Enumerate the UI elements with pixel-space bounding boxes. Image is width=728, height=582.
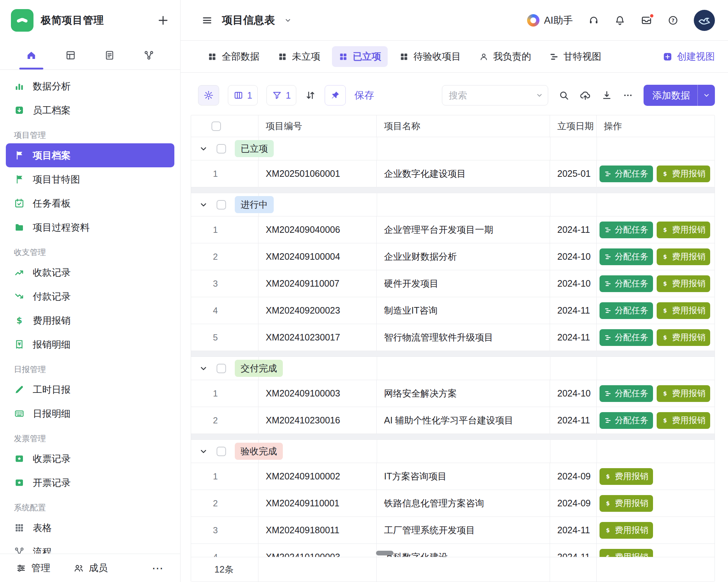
sidebar-tab-flow[interactable]	[134, 41, 163, 69]
expense-button[interactable]: $费用报销	[657, 166, 710, 182]
expense-button[interactable]: $费用报销	[657, 275, 710, 292]
ai-assistant-button[interactable]: AI助手	[527, 14, 573, 27]
table-row[interactable]: 3 XM202409180011 工厂管理系统开发项目 2024-11 $费用报…	[191, 517, 715, 544]
view-tab[interactable]: 未立项	[271, 46, 327, 67]
column-header-project-id[interactable]: 项目编号	[258, 115, 377, 137]
group-checkbox[interactable]	[217, 447, 226, 456]
table-row[interactable]: 2 XM202410230016 AI 辅助个性化学习平台建设项目 2024-1…	[191, 407, 715, 434]
pin-button[interactable]	[325, 85, 346, 105]
expense-button[interactable]: $费用报销	[657, 412, 710, 429]
sidebar-item[interactable]: 数据分析	[6, 74, 174, 98]
sidebar-item[interactable]: 任务看板	[6, 191, 174, 215]
sidebar-item[interactable]: 开票记录	[6, 471, 174, 495]
sidebar-item[interactable]: 项目档案	[6, 143, 174, 167]
sidebar-item[interactable]: 流程	[6, 540, 174, 554]
expense-button[interactable]: $费用报销	[657, 302, 710, 319]
sort-button[interactable]	[305, 90, 316, 101]
sidebar-item[interactable]: 工时日报	[6, 378, 174, 402]
assign-task-button[interactable]: 分配任务	[600, 222, 653, 238]
sidebar-item[interactable]: 日报明细	[6, 402, 174, 426]
search-input[interactable]	[442, 85, 548, 105]
manage-label: 管理	[31, 562, 50, 574]
view-tab[interactable]: 已立项	[332, 46, 388, 67]
bell-icon[interactable]	[614, 15, 625, 26]
title-chevron-icon[interactable]	[284, 17, 292, 24]
table-row[interactable]: 1 XM202409100003 网络安全解决方案 2024-10 分配任务$费…	[191, 380, 715, 407]
menu-toggle-icon[interactable]	[202, 15, 213, 26]
table-row[interactable]: 3 XM202409110007 硬件开发项目 2024-10 分配任务$费用报…	[191, 270, 715, 297]
sidebar-item[interactable]: 收票记录	[6, 447, 174, 471]
more-actions-button[interactable]	[622, 90, 633, 101]
user-avatar[interactable]	[694, 10, 715, 31]
select-all-checkbox[interactable]	[211, 121, 221, 131]
group-collapse-chevron-icon[interactable]	[199, 200, 208, 209]
assign-task-button[interactable]: 分配任务	[600, 275, 653, 292]
group-checkbox[interactable]	[217, 364, 226, 373]
more-button[interactable]: ⋯	[152, 561, 164, 575]
add-data-button[interactable]: 添加数据	[644, 85, 715, 106]
save-button[interactable]: 保存	[355, 89, 374, 102]
search-button[interactable]	[558, 90, 569, 101]
view-tab[interactable]: 我负责的	[472, 46, 538, 67]
project-name-cell: 铁路信息化管理方案咨询	[377, 490, 550, 517]
sidebar-tab-table[interactable]	[56, 41, 85, 69]
assign-task-button[interactable]: 分配任务	[600, 329, 653, 346]
gantt-icon	[604, 226, 612, 234]
sidebar-item[interactable]: $ 费用报销	[6, 308, 174, 332]
manage-button[interactable]: 管理	[16, 562, 50, 574]
add-data-chevron[interactable]	[697, 85, 715, 106]
headset-icon[interactable]	[588, 15, 599, 26]
sidebar-item[interactable]: 表格	[6, 516, 174, 540]
group-checkbox[interactable]	[217, 144, 226, 154]
table-row[interactable]: 2 XM202409110001 铁路信息化管理方案咨询 2024-09 $费用…	[191, 490, 715, 517]
import-button[interactable]	[579, 89, 591, 101]
group-collapse-chevron-icon[interactable]	[199, 364, 208, 373]
horizontal-scrollbar-thumb[interactable]	[376, 551, 393, 555]
table-row[interactable]: 1 XM202409100002 IT方案咨询项目 2024-09 $费用报销	[191, 463, 715, 490]
table-row[interactable]: 2 XM202409100004 企业业财数据分析 2024-10 分配任务$费…	[191, 243, 715, 270]
column-header-project-name[interactable]: 项目名称	[377, 115, 550, 137]
sidebar-item[interactable]: 项目过程资料	[6, 215, 174, 239]
column-header-date[interactable]: 立项日期	[550, 115, 597, 137]
sidebar-item[interactable]: 项目甘特图	[6, 167, 174, 191]
expense-button[interactable]: $费用报销	[657, 329, 710, 346]
export-button[interactable]	[601, 90, 612, 101]
expense-button[interactable]: $费用报销	[600, 522, 653, 539]
members-button[interactable]: 成员	[74, 562, 108, 574]
view-tab[interactable]: 全部数据	[201, 46, 266, 67]
sidebar-item[interactable]: 收款记录	[6, 260, 174, 284]
assign-task-button[interactable]: 分配任务	[600, 385, 653, 402]
expense-button[interactable]: $费用报销	[600, 468, 653, 485]
add-app-button[interactable]	[157, 14, 169, 27]
help-icon[interactable]: ?	[668, 15, 678, 26]
sidebar-tab-document[interactable]	[95, 41, 124, 69]
sidebar-item[interactable]: 付款记录	[6, 284, 174, 308]
table-row[interactable]: 5 XM202410230017 智行物流管理软件升级项目 2024-11 分配…	[191, 324, 715, 351]
filter-button[interactable]: 1	[266, 85, 296, 105]
assign-task-button[interactable]: 分配任务	[600, 302, 653, 319]
assign-task-button[interactable]: 分配任务	[600, 412, 653, 429]
sidebar-item[interactable]: 员工档案	[6, 98, 174, 122]
group-collapse-chevron-icon[interactable]	[199, 144, 208, 153]
search-chevron-icon[interactable]	[536, 92, 543, 99]
table-row[interactable]: 1 XM202501060001 企业数字化建设项目 2025-01 分配任务$…	[191, 160, 715, 187]
assign-task-button[interactable]: 分配任务	[600, 166, 653, 182]
group-checkbox[interactable]	[217, 200, 226, 210]
sidebar-item[interactable]: ¥ 报销明细	[6, 332, 174, 356]
expense-button[interactable]: $费用报销	[600, 495, 653, 512]
table-row[interactable]: 1 XM202409040006 企业管理平台开发项目一期 2024-11 分配…	[191, 216, 715, 243]
table-row[interactable]: 4 XM202409200023 制造业IT咨询 2024-11 分配任务$费用…	[191, 297, 715, 324]
settings-button[interactable]	[198, 85, 219, 105]
inbox-icon[interactable]	[641, 15, 652, 26]
expense-button[interactable]: $费用报销	[657, 385, 710, 402]
expense-button[interactable]: $费用报销	[657, 248, 710, 265]
sidebar-tab-home[interactable]	[17, 41, 46, 69]
view-tab[interactable]: 甘特视图	[543, 46, 608, 67]
field-config-button[interactable]: 1	[228, 85, 258, 105]
expense-button[interactable]: $费用报销	[657, 222, 710, 238]
search-icon	[558, 90, 569, 101]
assign-task-button[interactable]: 分配任务	[600, 248, 653, 265]
group-collapse-chevron-icon[interactable]	[199, 447, 208, 456]
create-view-button[interactable]: 创建视图	[663, 50, 715, 63]
view-tab[interactable]: 待验收项目	[393, 46, 467, 67]
